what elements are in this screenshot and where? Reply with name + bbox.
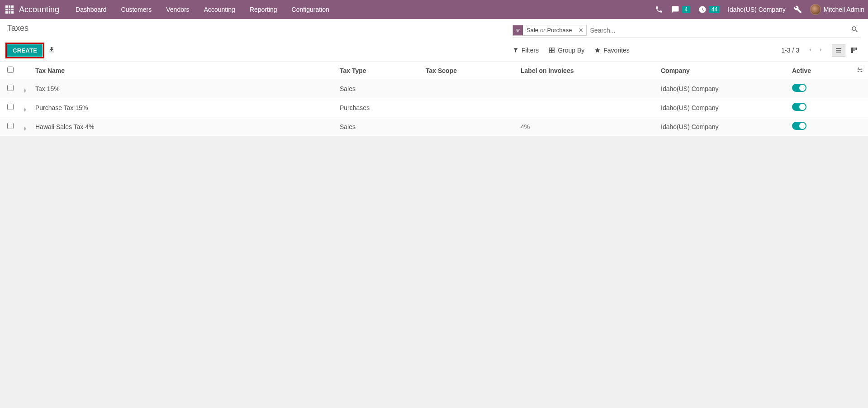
facet-close-icon[interactable]: ✕ (576, 27, 586, 34)
cell-company: Idaho(US) Company (657, 117, 788, 136)
activities-button[interactable]: 44 (698, 5, 720, 14)
cell-tax-type: Purchases (336, 98, 422, 117)
svg-point-0 (858, 67, 859, 68)
nav-reporting[interactable]: Reporting (243, 0, 284, 19)
drag-handle-icon[interactable]: ▲▼ (18, 98, 32, 117)
active-toggle[interactable] (792, 103, 806, 111)
groupby-button[interactable]: Group By (549, 47, 584, 54)
cell-tax-scope (422, 79, 517, 98)
table-row[interactable]: ▲▼Hawaii Sales Tax 4%Sales4%Idaho(US) Co… (0, 117, 868, 136)
cell-tax-scope (422, 98, 517, 117)
drag-handle-icon[interactable]: ▲▼ (18, 117, 32, 136)
filters-button[interactable]: Filters (512, 47, 539, 54)
avatar (810, 4, 821, 15)
nav-vendors[interactable]: Vendors (160, 0, 195, 19)
table-header-row: Tax Name Tax Type Tax Scope Label on Inv… (0, 62, 868, 79)
cell-tax-scope (422, 117, 517, 136)
cell-tax-name: Purchase Tax 15% (32, 98, 336, 117)
nav-configuration[interactable]: Configuration (285, 0, 336, 19)
col-tax-scope[interactable]: Tax Scope (422, 62, 517, 79)
import-button[interactable] (48, 46, 55, 55)
search-input[interactable] (587, 25, 849, 36)
search-bar: Sale or Purchase ✕ (512, 24, 861, 38)
list-view: Tax Name Tax Type Tax Scope Label on Inv… (0, 62, 868, 136)
messages-badge: 4 (682, 6, 690, 13)
pager-next-icon[interactable] (816, 45, 826, 56)
active-toggle[interactable] (792, 84, 806, 92)
col-label-invoices[interactable]: Label on Invoices (517, 62, 657, 79)
cell-tax-type: Sales (336, 79, 422, 98)
user-name: Mitchell Admin (824, 6, 864, 13)
search-facet: Sale or Purchase ✕ (512, 25, 587, 36)
active-toggle[interactable] (792, 122, 806, 130)
search-icon[interactable] (849, 24, 861, 37)
nav-customers[interactable]: Customers (115, 0, 158, 19)
cell-tax-name: Hawaii Sales Tax 4% (32, 117, 336, 136)
col-tax-name[interactable]: Tax Name (32, 62, 336, 79)
breadcrumb: Taxes (7, 24, 28, 33)
row-checkbox[interactable] (7, 104, 14, 110)
kanban-view-button[interactable] (847, 44, 861, 57)
cell-label (517, 79, 657, 98)
cell-label: 4% (517, 117, 657, 136)
cell-tax-name: Tax 15% (32, 79, 336, 98)
activities-badge: 44 (709, 6, 720, 13)
pager-text: 1-3 / 3 (781, 47, 799, 54)
debug-icon[interactable] (794, 5, 802, 14)
table-row[interactable]: ▲▼Tax 15%SalesIdaho(US) Company (0, 79, 868, 98)
select-all-checkbox[interactable] (7, 67, 14, 73)
svg-point-2 (859, 69, 860, 70)
facet-label: Sale or Purchase (523, 27, 576, 34)
app-brand[interactable]: Accounting (19, 5, 59, 14)
svg-point-1 (861, 71, 862, 72)
company-selector[interactable]: Idaho(US) Company (728, 6, 786, 13)
pager-prev-icon[interactable] (805, 45, 816, 56)
col-active[interactable]: Active (788, 62, 852, 79)
row-checkbox[interactable] (7, 85, 14, 91)
row-checkbox[interactable] (7, 123, 14, 129)
top-navbar: Accounting Dashboard Customers Vendors A… (0, 0, 868, 19)
user-menu[interactable]: Mitchell Admin (810, 4, 864, 15)
cell-label (517, 98, 657, 117)
cell-company: Idaho(US) Company (657, 79, 788, 98)
favorites-button[interactable]: Favorites (594, 47, 630, 54)
nav-accounting[interactable]: Accounting (198, 0, 242, 19)
cell-tax-type: Sales (336, 117, 422, 136)
nav-dashboard[interactable]: Dashboard (69, 0, 113, 19)
support-icon[interactable] (655, 5, 663, 14)
col-company[interactable]: Company (657, 62, 788, 79)
messages-button[interactable]: 4 (671, 5, 690, 14)
create-button[interactable]: CREATE (7, 44, 43, 57)
control-panel: Taxes Sale or Purchase ✕ CREATE (0, 19, 868, 62)
adjust-columns-icon[interactable] (852, 62, 868, 79)
list-view-button[interactable] (832, 44, 845, 57)
drag-handle-icon[interactable]: ▲▼ (18, 79, 32, 98)
table-row[interactable]: ▲▼Purchase Tax 15%PurchasesIdaho(US) Com… (0, 98, 868, 117)
apps-icon[interactable] (5, 5, 14, 14)
cell-company: Idaho(US) Company (657, 98, 788, 117)
col-tax-type[interactable]: Tax Type (336, 62, 422, 79)
filter-icon (513, 25, 523, 35)
